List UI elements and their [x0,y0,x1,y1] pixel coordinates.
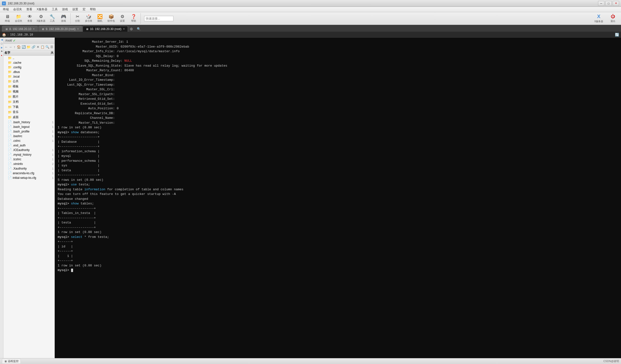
file-tree[interactable]: 📁..📁.cache📁.config📁.dbus📁.local📁公共📁模板📁视频… [3,56,54,358]
toolbar-random[interactable]: 🔀 随机 [95,13,105,24]
nav-home-btn[interactable]: 🏠 [17,44,21,49]
home-nav-icon[interactable]: 🏠 [2,33,6,37]
list-item[interactable]: 📄.cshrc1 [3,138,54,143]
file-icon: 📄 [8,129,12,133]
toolbar-xserver[interactable]: ⚙ X服务器 [36,13,46,24]
tab-3-close[interactable]: ✕ [123,28,125,30]
menu-sessions[interactable]: 会话夹 [11,7,24,12]
toolbar-help[interactable]: ❓ 帮助 [128,13,139,24]
file-icon: 📄 [8,157,12,161]
title-bar: X 192.168.20.30 (root) ─ □ ✕ [0,0,621,7]
menu-xserver[interactable]: X服务器 [35,7,49,12]
tab-1-close[interactable]: ✕ [33,28,35,30]
toolbar-packages[interactable]: 📦 软件包 [106,13,117,24]
list-item[interactable]: 📁桌面 [3,115,54,120]
list-item[interactable]: 📁文档 [3,99,54,104]
file-size: 1 [49,158,53,161]
list-item[interactable]: 📄.viminfo2 [3,161,54,166]
list-item[interactable]: 📁.config [3,65,54,70]
tab-2-close[interactable]: ✕ [77,28,79,30]
refresh-icon[interactable]: 🔄 [615,33,619,37]
list-item[interactable]: 📁公共 [3,79,54,84]
left-icon-2[interactable]: ⬡ [0,42,3,45]
nav-forward-btn[interactable]: → [9,44,12,49]
tab-bar: 🖥 8. 192.168.20.10 ✕ 🖥 9. 192.168.20.20 … [0,25,621,32]
list-item[interactable]: 📁视频 [3,89,54,94]
terminal-line: mysql> use testa; [58,182,618,187]
list-item[interactable]: 📄.Xauthority1 [3,166,54,171]
toolbar-split[interactable]: ✂ 分割 [72,13,83,24]
tab-1[interactable]: 🖥 8. 192.168.20.10 ✕ [2,26,38,32]
tab-3[interactable]: 🖥 10. 192.168.20.30 (root) ✕ [83,26,128,32]
folder-icon: 📁 [8,105,12,109]
list-item[interactable]: 📁.. [3,56,54,60]
left-icon-3[interactable]: ▶ [0,46,3,49]
multitask-icon: 🎲 [86,14,91,19]
list-item[interactable]: 📄.mysql_history1 [3,152,54,157]
list-item[interactable]: 📄anaconda-ks.cfg1 [3,171,54,175]
close-button[interactable]: ✕ [613,1,619,6]
list-item[interactable]: 📁模板 [3,84,54,89]
copy-btn[interactable]: 📋 [40,44,45,49]
list-item[interactable]: 📁.local [3,74,54,79]
multitask-label: 多任务 [85,19,92,23]
list-item[interactable]: 📄initial-setup-ks.cfg1 [3,175,54,180]
delete-btn[interactable]: ✕ [36,44,40,49]
toolbar-settings[interactable]: ⚙ 设置 [117,13,128,24]
menu-help[interactable]: 帮助 [88,7,98,12]
file-icon: 📄 [8,120,12,124]
menu-games[interactable]: 游戏 [60,7,70,12]
toolbar-games[interactable]: 🎮 游戏 [58,13,69,24]
list-item[interactable]: 📄.esd_auth [3,143,54,148]
tab-2[interactable]: 🖥 9. 192.168.20.20 (root) ✕ [38,26,82,32]
toolbar-view[interactable]: 👁 查看 [24,13,35,24]
list-item[interactable]: 📄.ICEauthority1 [3,148,54,152]
new-link-btn[interactable]: 🔗 [31,44,36,49]
quick-connect-input[interactable] [144,16,173,21]
refresh-btn[interactable]: 🔄 [21,44,26,49]
left-icon-1[interactable]: ◀ [0,39,3,41]
list-item[interactable]: 📁.dbus [3,70,54,74]
menu-btn[interactable]: ☰ [50,44,53,49]
file-name: .. [13,56,53,60]
toolbar-terminal[interactable]: 🖥 终端 [2,13,13,24]
nav-up-btn[interactable]: ↑ [13,44,16,49]
list-item[interactable]: 📄.bashrc1 [3,134,54,138]
new-folder-btn[interactable]: 📁 [26,44,31,49]
file-name: .cache [13,61,53,64]
disconnect-label: 退出 [610,19,615,23]
menu-view[interactable]: 查看 [24,7,34,12]
file-name: .cshrc [13,139,48,142]
menu-tools[interactable]: 工具 [50,7,60,12]
list-item[interactable]: 📁.cache [3,60,54,65]
menu-terminal[interactable]: 终端 [1,7,11,12]
left-icon-4[interactable]: ⚑ [0,50,3,53]
terminal-output[interactable]: Master_Server_Id: 1 Master_UUID: 0200f03… [55,38,621,358]
terminal-line: Auto_Position: 0 [58,106,618,111]
left-icon-5[interactable]: ● [0,54,3,57]
xftp-button[interactable]: X X服务器 [593,13,605,24]
menu-macro[interactable]: 宏 [81,7,87,12]
toolbar-multitask[interactable]: 🎲 多任务 [83,13,94,24]
tab-nav-button[interactable]: 🔍 [136,26,142,32]
remote-monitor-button[interactable]: 🖥 远程监控 [2,359,21,364]
maximize-button[interactable]: □ [605,1,612,6]
list-item[interactable]: 📄.tcshrc1 [3,157,54,161]
sidebar: /root/ ✓ ← → ↑ 🏠 🔄 📁 🔗 ✕ 📋 🔍 ☰ 名字 [3,38,55,358]
menu-settings[interactable]: 设置 [70,7,80,12]
list-item[interactable]: 📁音乐 [3,110,54,115]
current-path: 192.168.20.10 [10,33,33,36]
minimize-button[interactable]: ─ [598,1,604,6]
toolbar-sessions[interactable]: 📁 会话夹 [13,13,24,24]
file-size: 1 [49,172,53,175]
list-item[interactable]: 📁图片 [3,94,54,99]
search-btn[interactable]: 🔍 [45,44,50,49]
toolbar-tools[interactable]: 🔧 工具 [47,13,58,24]
list-item[interactable]: 📁下载 [3,104,54,110]
list-item[interactable]: 📄.bash_history1 [3,120,54,125]
add-tab-button[interactable]: ⊕ [128,26,134,32]
list-item[interactable]: 📄.bash_logout1 [3,125,54,129]
list-item[interactable]: 📄.bash_profile1 [3,129,54,134]
disconnect-button[interactable]: ⏻ 退出 [607,13,619,24]
nav-back-btn[interactable]: ← [4,44,8,49]
